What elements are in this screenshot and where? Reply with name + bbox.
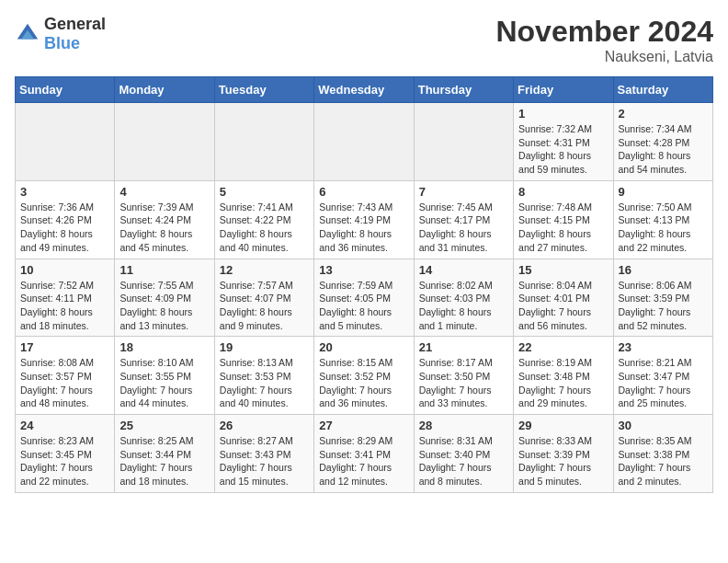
day-info: Sunrise: 7:34 AM Sunset: 4:28 PM Dayligh… [619, 122, 708, 177]
day-info: Sunrise: 7:39 AM Sunset: 4:24 PM Dayligh… [119, 201, 209, 255]
day-number: 23 [619, 340, 708, 354]
calendar-cell: 11Sunrise: 7:55 AM Sunset: 4:09 PM Dayli… [115, 259, 214, 337]
day-number: 12 [220, 263, 309, 277]
day-info: Sunrise: 8:02 AM Sunset: 4:03 PM Dayligh… [419, 279, 508, 333]
day-info: Sunrise: 8:08 AM Sunset: 3:57 PM Dayligh… [20, 356, 109, 410]
day-info: Sunrise: 8:27 AM Sunset: 3:43 PM Dayligh… [220, 434, 309, 488]
calendar-cell: 27Sunrise: 8:29 AM Sunset: 3:41 PM Dayli… [314, 415, 414, 493]
week-row-3: 10Sunrise: 7:52 AM Sunset: 4:11 PM Dayli… [16, 259, 713, 337]
calendar-table: SundayMondayTuesdayWednesdayThursdayFrid… [15, 76, 713, 493]
calendar-cell: 4Sunrise: 7:39 AM Sunset: 4:24 PM Daylig… [115, 180, 214, 259]
header-sunday: Sunday [16, 77, 115, 103]
day-number: 15 [518, 263, 608, 277]
day-info: Sunrise: 7:50 AM Sunset: 4:13 PM Dayligh… [619, 201, 708, 255]
day-number: 30 [619, 419, 708, 432]
logo-icon [15, 21, 40, 47]
calendar-cell [414, 103, 513, 181]
day-number: 6 [319, 185, 408, 199]
day-number: 27 [319, 419, 408, 432]
calendar-cell [16, 103, 115, 181]
day-info: Sunrise: 8:13 AM Sunset: 3:53 PM Dayligh… [220, 356, 309, 410]
day-info: Sunrise: 8:25 AM Sunset: 3:44 PM Dayligh… [119, 434, 209, 488]
calendar-cell: 26Sunrise: 8:27 AM Sunset: 3:43 PM Dayli… [214, 415, 313, 493]
week-row-2: 3Sunrise: 7:36 AM Sunset: 4:26 PM Daylig… [16, 180, 713, 259]
header-friday: Friday [514, 77, 613, 103]
calendar-cell [314, 103, 414, 181]
calendar-cell: 5Sunrise: 7:41 AM Sunset: 4:22 PM Daylig… [214, 180, 313, 259]
day-info: Sunrise: 7:32 AM Sunset: 4:31 PM Dayligh… [518, 122, 608, 177]
day-info: Sunrise: 8:33 AM Sunset: 3:39 PM Dayligh… [518, 434, 608, 488]
day-number: 2 [619, 107, 708, 121]
day-info: Sunrise: 7:52 AM Sunset: 4:11 PM Dayligh… [20, 279, 109, 333]
calendar-cell: 22Sunrise: 8:19 AM Sunset: 3:48 PM Dayli… [514, 337, 613, 415]
day-info: Sunrise: 8:19 AM Sunset: 3:48 PM Dayligh… [518, 356, 608, 410]
title-section: November 2024 Naukseni, Latvia [495, 15, 713, 65]
day-info: Sunrise: 8:04 AM Sunset: 4:01 PM Dayligh… [518, 279, 608, 333]
day-number: 3 [20, 185, 109, 199]
logo-general: General [44, 15, 106, 33]
day-info: Sunrise: 7:41 AM Sunset: 4:22 PM Dayligh… [220, 201, 309, 255]
calendar-cell: 28Sunrise: 8:31 AM Sunset: 3:40 PM Dayli… [414, 415, 513, 493]
header-thursday: Thursday [414, 77, 513, 103]
calendar-header-row: SundayMondayTuesdayWednesdayThursdayFrid… [16, 77, 713, 103]
day-info: Sunrise: 8:15 AM Sunset: 3:52 PM Dayligh… [319, 356, 408, 410]
day-number: 26 [220, 419, 309, 432]
header-monday: Monday [115, 77, 214, 103]
page-title: November 2024 [495, 15, 713, 49]
day-number: 8 [518, 185, 608, 199]
calendar-cell: 13Sunrise: 7:59 AM Sunset: 4:05 PM Dayli… [314, 259, 414, 337]
day-number: 1 [518, 107, 608, 121]
day-number: 21 [419, 340, 508, 354]
day-info: Sunrise: 7:43 AM Sunset: 4:19 PM Dayligh… [319, 201, 408, 255]
day-number: 25 [119, 419, 209, 432]
calendar-cell: 16Sunrise: 8:06 AM Sunset: 3:59 PM Dayli… [613, 259, 712, 337]
header-wednesday: Wednesday [314, 77, 414, 103]
calendar-cell: 3Sunrise: 7:36 AM Sunset: 4:26 PM Daylig… [16, 180, 115, 259]
day-number: 24 [20, 419, 109, 432]
calendar-cell: 17Sunrise: 8:08 AM Sunset: 3:57 PM Dayli… [16, 337, 115, 415]
day-number: 5 [220, 185, 309, 199]
day-number: 18 [119, 340, 209, 354]
day-info: Sunrise: 8:23 AM Sunset: 3:45 PM Dayligh… [20, 434, 109, 488]
day-info: Sunrise: 8:17 AM Sunset: 3:50 PM Dayligh… [419, 356, 508, 410]
day-number: 17 [20, 340, 109, 354]
day-number: 28 [419, 419, 508, 432]
calendar-cell: 1Sunrise: 7:32 AM Sunset: 4:31 PM Daylig… [514, 103, 613, 181]
day-info: Sunrise: 8:21 AM Sunset: 3:47 PM Dayligh… [619, 356, 708, 410]
calendar-cell: 30Sunrise: 8:35 AM Sunset: 3:38 PM Dayli… [613, 415, 712, 493]
day-info: Sunrise: 8:35 AM Sunset: 3:38 PM Dayligh… [619, 434, 708, 488]
calendar-cell: 18Sunrise: 8:10 AM Sunset: 3:55 PM Dayli… [115, 337, 214, 415]
calendar-cell: 14Sunrise: 8:02 AM Sunset: 4:03 PM Dayli… [414, 259, 513, 337]
header-tuesday: Tuesday [214, 77, 313, 103]
calendar-cell: 29Sunrise: 8:33 AM Sunset: 3:39 PM Dayli… [514, 415, 613, 493]
day-number: 22 [518, 340, 608, 354]
day-number: 19 [220, 340, 309, 354]
calendar-cell: 8Sunrise: 7:48 AM Sunset: 4:15 PM Daylig… [514, 180, 613, 259]
header: General Blue November 2024 Naukseni, Lat… [15, 15, 713, 65]
day-number: 9 [619, 185, 708, 199]
day-info: Sunrise: 8:29 AM Sunset: 3:41 PM Dayligh… [319, 434, 408, 488]
day-number: 29 [518, 419, 608, 432]
day-number: 14 [419, 263, 508, 277]
day-number: 13 [319, 263, 408, 277]
calendar-cell: 10Sunrise: 7:52 AM Sunset: 4:11 PM Dayli… [16, 259, 115, 337]
week-row-5: 24Sunrise: 8:23 AM Sunset: 3:45 PM Dayli… [16, 415, 713, 493]
day-info: Sunrise: 7:45 AM Sunset: 4:17 PM Dayligh… [419, 201, 508, 255]
calendar-cell: 9Sunrise: 7:50 AM Sunset: 4:13 PM Daylig… [613, 180, 712, 259]
day-info: Sunrise: 7:48 AM Sunset: 4:15 PM Dayligh… [518, 201, 608, 255]
day-number: 10 [20, 263, 109, 277]
day-number: 4 [119, 185, 209, 199]
calendar-cell: 25Sunrise: 8:25 AM Sunset: 3:44 PM Dayli… [115, 415, 214, 493]
calendar-cell: 7Sunrise: 7:45 AM Sunset: 4:17 PM Daylig… [414, 180, 513, 259]
day-info: Sunrise: 8:10 AM Sunset: 3:55 PM Dayligh… [119, 356, 209, 410]
day-info: Sunrise: 7:59 AM Sunset: 4:05 PM Dayligh… [319, 279, 408, 333]
day-number: 7 [419, 185, 508, 199]
logo-blue: Blue [44, 34, 80, 52]
calendar-cell: 20Sunrise: 8:15 AM Sunset: 3:52 PM Dayli… [314, 337, 414, 415]
week-row-1: 1Sunrise: 7:32 AM Sunset: 4:31 PM Daylig… [16, 103, 713, 181]
logo-text: General Blue [44, 15, 106, 53]
calendar-cell [214, 103, 313, 181]
day-number: 16 [619, 263, 708, 277]
logo: General Blue [15, 15, 106, 53]
day-info: Sunrise: 7:57 AM Sunset: 4:07 PM Dayligh… [220, 279, 309, 333]
